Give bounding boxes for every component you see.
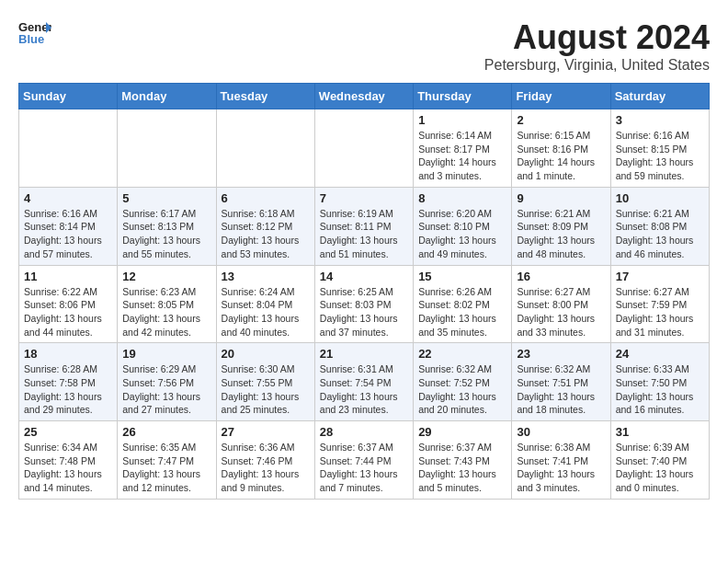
week-row-5: 25Sunrise: 6:34 AM Sunset: 7:48 PM Dayli… <box>19 421 710 500</box>
logo-icon: General Blue <box>18 18 51 46</box>
day-detail: Sunrise: 6:23 AM Sunset: 8:05 PM Dayligh… <box>122 285 210 339</box>
day-number: 26 <box>122 425 210 439</box>
day-detail: Sunrise: 6:22 AM Sunset: 8:06 PM Dayligh… <box>24 285 112 339</box>
day-detail: Sunrise: 6:26 AM Sunset: 8:02 PM Dayligh… <box>418 285 506 339</box>
day-detail: Sunrise: 6:28 AM Sunset: 7:58 PM Dayligh… <box>24 362 112 417</box>
day-cell: 17Sunrise: 6:27 AM Sunset: 7:59 PM Dayli… <box>610 265 709 343</box>
day-number: 24 <box>616 347 704 361</box>
day-cell: 15Sunrise: 6:26 AM Sunset: 8:02 PM Dayli… <box>414 265 512 343</box>
day-cell: 9Sunrise: 6:21 AM Sunset: 8:09 PM Daylig… <box>512 187 610 265</box>
day-number: 21 <box>320 347 408 361</box>
day-detail: Sunrise: 6:16 AM Sunset: 8:15 PM Dayligh… <box>616 129 704 183</box>
day-number: 11 <box>24 270 112 283</box>
day-cell: 27Sunrise: 6:36 AM Sunset: 7:46 PM Dayli… <box>216 421 314 500</box>
day-cell: 1Sunrise: 6:14 AM Sunset: 8:17 PM Daylig… <box>414 109 512 188</box>
day-detail: Sunrise: 6:21 AM Sunset: 8:09 PM Dayligh… <box>517 207 605 261</box>
day-number: 16 <box>517 270 605 283</box>
day-detail: Sunrise: 6:19 AM Sunset: 8:11 PM Dayligh… <box>320 207 408 261</box>
day-detail: Sunrise: 6:37 AM Sunset: 7:44 PM Dayligh… <box>320 441 408 495</box>
weekday-tuesday: Tuesday <box>216 84 314 109</box>
day-number: 6 <box>222 191 310 205</box>
day-number: 20 <box>222 347 310 361</box>
day-number: 3 <box>616 113 704 127</box>
day-cell: 13Sunrise: 6:24 AM Sunset: 8:04 PM Dayli… <box>216 265 314 343</box>
day-detail: Sunrise: 6:34 AM Sunset: 7:48 PM Dayligh… <box>24 441 112 495</box>
day-number: 30 <box>517 425 605 439</box>
day-number: 22 <box>418 347 506 361</box>
weekday-thursday: Thursday <box>414 84 512 109</box>
day-detail: Sunrise: 6:30 AM Sunset: 7:55 PM Dayligh… <box>222 362 310 417</box>
day-cell: 8Sunrise: 6:20 AM Sunset: 8:10 PM Daylig… <box>414 187 512 265</box>
day-cell: 26Sunrise: 6:35 AM Sunset: 7:47 PM Dayli… <box>118 421 216 500</box>
day-detail: Sunrise: 6:31 AM Sunset: 7:54 PM Dayligh… <box>320 362 408 417</box>
day-cell: 6Sunrise: 6:18 AM Sunset: 8:12 PM Daylig… <box>216 187 314 265</box>
day-detail: Sunrise: 6:14 AM Sunset: 8:17 PM Dayligh… <box>418 129 506 183</box>
day-detail: Sunrise: 6:20 AM Sunset: 8:10 PM Dayligh… <box>418 207 506 261</box>
day-detail: Sunrise: 6:35 AM Sunset: 7:47 PM Dayligh… <box>122 441 210 495</box>
day-cell: 20Sunrise: 6:30 AM Sunset: 7:55 PM Dayli… <box>216 343 314 421</box>
day-cell: 19Sunrise: 6:29 AM Sunset: 7:56 PM Dayli… <box>118 343 216 421</box>
day-detail: Sunrise: 6:36 AM Sunset: 7:46 PM Dayligh… <box>222 441 310 495</box>
day-cell: 5Sunrise: 6:17 AM Sunset: 8:13 PM Daylig… <box>118 187 216 265</box>
day-number: 17 <box>616 270 704 283</box>
day-cell: 28Sunrise: 6:37 AM Sunset: 7:44 PM Dayli… <box>314 421 413 500</box>
day-cell <box>118 109 216 188</box>
day-detail: Sunrise: 6:37 AM Sunset: 7:43 PM Dayligh… <box>418 441 506 495</box>
day-detail: Sunrise: 6:27 AM Sunset: 8:00 PM Dayligh… <box>517 285 605 339</box>
day-detail: Sunrise: 6:29 AM Sunset: 7:56 PM Dayligh… <box>122 362 210 417</box>
day-number: 23 <box>517 347 605 361</box>
day-detail: Sunrise: 6:39 AM Sunset: 7:40 PM Dayligh… <box>616 441 704 495</box>
day-detail: Sunrise: 6:16 AM Sunset: 8:14 PM Dayligh… <box>24 207 112 261</box>
logo: General Blue <box>18 18 51 46</box>
day-detail: Sunrise: 6:27 AM Sunset: 7:59 PM Dayligh… <box>616 285 704 339</box>
weekday-monday: Monday <box>118 84 216 109</box>
day-number: 4 <box>24 191 112 205</box>
day-cell <box>314 109 413 188</box>
day-number: 29 <box>418 425 506 439</box>
day-number: 27 <box>222 425 310 439</box>
week-row-2: 4Sunrise: 6:16 AM Sunset: 8:14 PM Daylig… <box>19 187 710 265</box>
day-cell: 22Sunrise: 6:32 AM Sunset: 7:52 PM Dayli… <box>414 343 512 421</box>
day-cell: 29Sunrise: 6:37 AM Sunset: 7:43 PM Dayli… <box>414 421 512 500</box>
weekday-wednesday: Wednesday <box>314 84 413 109</box>
day-cell <box>19 109 118 188</box>
weekday-saturday: Saturday <box>610 84 709 109</box>
day-cell: 2Sunrise: 6:15 AM Sunset: 8:16 PM Daylig… <box>512 109 610 188</box>
day-cell <box>216 109 314 188</box>
day-cell: 25Sunrise: 6:34 AM Sunset: 7:48 PM Dayli… <box>19 421 118 500</box>
day-detail: Sunrise: 6:32 AM Sunset: 7:51 PM Dayligh… <box>517 362 605 417</box>
day-detail: Sunrise: 6:21 AM Sunset: 8:08 PM Dayligh… <box>616 207 704 261</box>
weekday-header-row: SundayMondayTuesdayWednesdayThursdayFrid… <box>19 84 710 109</box>
title-area: August 2024 Petersburg, Virginia, United… <box>484 18 710 74</box>
day-detail: Sunrise: 6:18 AM Sunset: 8:12 PM Dayligh… <box>222 207 310 261</box>
day-number: 19 <box>122 347 210 361</box>
day-cell: 30Sunrise: 6:38 AM Sunset: 7:41 PM Dayli… <box>512 421 610 500</box>
weekday-sunday: Sunday <box>19 84 118 109</box>
day-cell: 16Sunrise: 6:27 AM Sunset: 8:00 PM Dayli… <box>512 265 610 343</box>
day-number: 13 <box>222 270 310 283</box>
day-cell: 3Sunrise: 6:16 AM Sunset: 8:15 PM Daylig… <box>610 109 709 188</box>
week-row-4: 18Sunrise: 6:28 AM Sunset: 7:58 PM Dayli… <box>19 343 710 421</box>
svg-text:Blue: Blue <box>18 32 44 46</box>
day-cell: 21Sunrise: 6:31 AM Sunset: 7:54 PM Dayli… <box>314 343 413 421</box>
day-cell: 11Sunrise: 6:22 AM Sunset: 8:06 PM Dayli… <box>19 265 118 343</box>
day-detail: Sunrise: 6:15 AM Sunset: 8:16 PM Dayligh… <box>517 129 605 183</box>
week-row-3: 11Sunrise: 6:22 AM Sunset: 8:06 PM Dayli… <box>19 265 710 343</box>
day-number: 25 <box>24 425 112 439</box>
day-detail: Sunrise: 6:24 AM Sunset: 8:04 PM Dayligh… <box>222 285 310 339</box>
calendar-table: SundayMondayTuesdayWednesdayThursdayFrid… <box>18 83 710 500</box>
day-number: 31 <box>616 425 704 439</box>
day-cell: 12Sunrise: 6:23 AM Sunset: 8:05 PM Dayli… <box>118 265 216 343</box>
day-number: 12 <box>122 270 210 283</box>
day-number: 28 <box>320 425 408 439</box>
weekday-friday: Friday <box>512 84 610 109</box>
week-row-1: 1Sunrise: 6:14 AM Sunset: 8:17 PM Daylig… <box>19 109 710 188</box>
day-number: 15 <box>418 270 506 283</box>
day-cell: 14Sunrise: 6:25 AM Sunset: 8:03 PM Dayli… <box>314 265 413 343</box>
day-cell: 23Sunrise: 6:32 AM Sunset: 7:51 PM Dayli… <box>512 343 610 421</box>
day-cell: 7Sunrise: 6:19 AM Sunset: 8:11 PM Daylig… <box>314 187 413 265</box>
day-number: 1 <box>418 113 506 127</box>
month-title: August 2024 <box>484 18 710 57</box>
day-number: 8 <box>418 191 506 205</box>
day-detail: Sunrise: 6:38 AM Sunset: 7:41 PM Dayligh… <box>517 441 605 495</box>
